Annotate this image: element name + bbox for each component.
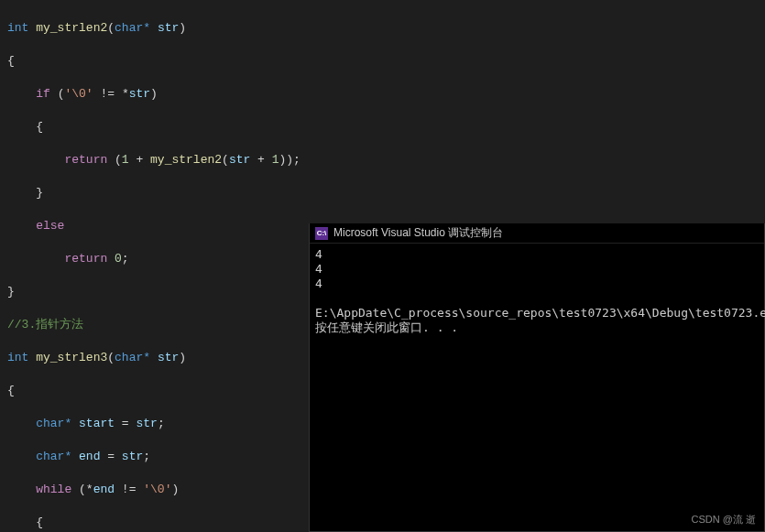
return-keyword: return [64, 153, 107, 167]
char-literal: '\0' [143, 483, 171, 496]
variable: str [229, 153, 250, 167]
console-title: Microsoft Visual Studio 调试控制台 [333, 225, 503, 241]
variable: str [129, 87, 150, 101]
brace: } [7, 285, 15, 299]
console-titlebar[interactable]: C:\ Microsoft Visual Studio 调试控制台 [310, 223, 764, 244]
output-line: 4 [315, 247, 322, 261]
operator: != [115, 483, 143, 496]
brace: } [36, 186, 43, 200]
function-name: my_strlen3 [36, 351, 107, 364]
variable: end [79, 450, 100, 463]
semicolon: ; [158, 417, 165, 430]
param-name: str [158, 351, 179, 364]
paren: ( [107, 21, 115, 35]
watermark: CSDN @流 逝 [692, 513, 756, 527]
type: char* [36, 450, 71, 463]
paren: ) [179, 21, 186, 35]
variable: str [136, 417, 157, 430]
operator: = [115, 417, 136, 430]
return-type: int [7, 351, 28, 364]
number: 0 [115, 252, 122, 266]
paren: ( [107, 351, 115, 364]
semicolon: ; [143, 450, 150, 463]
paren: )); [279, 153, 301, 167]
number: 1 [122, 153, 129, 167]
return-type: int [7, 21, 28, 35]
output-path: E:\AppDate\C_process\source_repos\test07… [315, 306, 765, 320]
comment: //3.指针方法 [7, 318, 83, 331]
number: 1 [272, 153, 279, 167]
variable: end [93, 483, 115, 496]
if-keyword: if [36, 87, 50, 101]
operator: != * [93, 87, 129, 101]
brace: { [36, 516, 43, 529]
output-prompt: 按任意键关闭此窗口. . . [315, 320, 458, 334]
paren: ) [150, 87, 158, 101]
else-keyword: else [36, 219, 64, 233]
type: char* [36, 417, 71, 430]
while-keyword: while [36, 483, 71, 496]
char-literal: '\0' [64, 87, 93, 101]
operator: = [100, 450, 121, 463]
vs-icon: C:\ [315, 227, 328, 240]
output-line: 4 [315, 262, 322, 276]
variable: start [79, 417, 115, 430]
output-line: 4 [315, 277, 322, 290]
param-type: char* [115, 21, 150, 35]
brace: { [7, 54, 15, 68]
param-type: char* [115, 351, 150, 364]
paren: ( [222, 153, 229, 167]
debug-console-window[interactable]: C:\ Microsoft Visual Studio 调试控制台 4 4 4 … [309, 223, 765, 532]
param-name: str [158, 21, 179, 35]
operator: + [129, 153, 150, 167]
paren: ( [107, 153, 122, 167]
paren: (* [71, 483, 93, 496]
brace: { [36, 120, 43, 134]
console-output: 4 4 4 E:\AppDate\C_process\source_repos\… [310, 244, 764, 339]
paren: ) [171, 483, 179, 496]
variable: str [122, 450, 143, 463]
return-keyword: return [64, 252, 107, 266]
function-call: my_strlen2 [150, 153, 222, 167]
function-name: my_strlen2 [36, 21, 107, 35]
brace: { [7, 384, 15, 397]
semicolon: ; [122, 252, 129, 266]
paren: ) [179, 351, 186, 364]
